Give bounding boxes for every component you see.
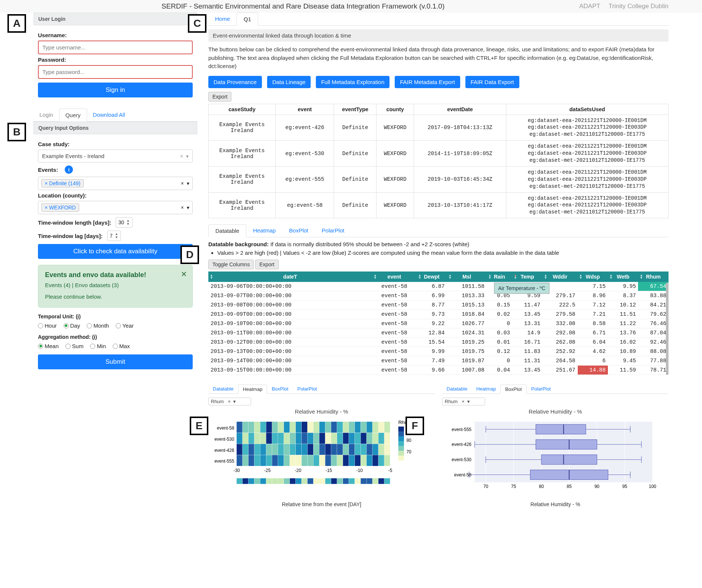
tw-lag-input[interactable]: 7 ▲▼: [107, 231, 121, 241]
boxplot-var-select[interactable]: Rhum × ▾: [442, 398, 485, 405]
col-eventType[interactable]: eventType: [334, 104, 376, 115]
boxplot-title: Relative Humidity - %: [442, 408, 669, 415]
data-lineage-button[interactable]: Data Lineage: [267, 76, 311, 88]
tab-heatmap[interactable]: Heatmap: [238, 385, 267, 394]
radio-label: Day: [70, 322, 80, 329]
tab-query[interactable]: Query: [59, 109, 87, 122]
env-col-Wddir[interactable]: ▲▼Wddir: [542, 271, 577, 282]
env-col-Wetb[interactable]: ▲▼Wetb: [608, 271, 638, 282]
stepper-icon[interactable]: ▲▼: [126, 219, 130, 226]
svg-rect-124: [296, 478, 301, 484]
tab-heatmap[interactable]: Heatmap: [246, 224, 282, 237]
export-env-button[interactable]: Export: [255, 260, 278, 269]
fair-metadata-export-button[interactable]: FAIR Metadata Export: [395, 76, 460, 88]
username-input[interactable]: [38, 41, 193, 54]
sort-icon: ▲▼: [640, 274, 643, 279]
tab-datatable[interactable]: Datatable: [442, 385, 472, 393]
full-metadata-exploration-button[interactable]: Full Metadata Exploration: [316, 76, 390, 88]
fair-data-export-button[interactable]: FAIR Data Export: [465, 76, 519, 88]
events-info-icon[interactable]: i: [65, 166, 73, 174]
tab-boxplot[interactable]: BoxPlot: [267, 385, 293, 393]
location-tag[interactable]: × WEXFORD: [41, 203, 79, 212]
col-eventDate[interactable]: eventDate: [414, 104, 506, 115]
env-col-Dewpt[interactable]: ▲▼Dewpt: [417, 271, 447, 282]
events-clear-caret[interactable]: × ▾: [181, 180, 189, 186]
svg-rect-59: [266, 444, 272, 455]
cell: event-58: [372, 291, 417, 301]
tab-datatable[interactable]: Datatable: [208, 385, 238, 393]
radio-icon: [38, 323, 43, 328]
temporal-radio-day[interactable]: Day: [64, 322, 80, 329]
env-col-dateT[interactable]: ▲▼dateT: [208, 271, 372, 282]
col-dataSetsUsed[interactable]: dataSetsUsed: [506, 104, 668, 115]
events-select[interactable]: × Definite (149) × ▾: [38, 177, 193, 190]
heatmap-var-select[interactable]: Rhum × ▾: [208, 398, 251, 405]
scrollbar[interactable]: [666, 283, 669, 375]
sort-icon: ▲▼: [374, 274, 377, 279]
table-row: 2013-09-14T00:00:00+00:00event-587.49101…: [208, 356, 669, 366]
svg-rect-36: [290, 433, 295, 444]
radio-icon: [90, 344, 95, 349]
toggle-columns-button[interactable]: Toggle Columns: [208, 260, 254, 269]
export-events-button[interactable]: Export: [208, 92, 231, 102]
col-event[interactable]: event: [276, 104, 334, 115]
signin-button[interactable]: Sign in: [38, 83, 193, 97]
table-row: Example EventsIrelandeg:event-530Definit…: [209, 141, 669, 167]
svg-rect-89: [284, 455, 289, 466]
temporal-radio-hour[interactable]: Hour: [38, 322, 57, 329]
cell: eg:dataset-eea-20211221T120000-IE001DMeg…: [506, 166, 668, 192]
tab-home[interactable]: Home: [208, 13, 237, 25]
cell: 1011.58: [447, 282, 487, 291]
svg-text:80: 80: [406, 438, 411, 443]
temporal-radio-year[interactable]: Year: [116, 322, 134, 329]
env-col-Temp[interactable]: ▲▼Temp: [512, 271, 542, 282]
location-select[interactable]: × WEXFORD × ▾: [38, 201, 193, 214]
agg-radio-sum[interactable]: Sum: [65, 343, 84, 349]
events-tag[interactable]: × Definite (149): [41, 179, 84, 187]
tab-boxplot[interactable]: BoxPlot: [282, 224, 315, 237]
case-study-select[interactable]: Example Events - Ireland × ▾: [38, 150, 193, 163]
cell: 1026.77: [447, 319, 487, 328]
tab-polarplot[interactable]: PolarPlot: [293, 385, 321, 393]
location-clear-caret[interactable]: × ▾: [181, 205, 189, 211]
tab-login[interactable]: Login: [33, 109, 59, 121]
agg-radio-max[interactable]: Max: [113, 343, 130, 349]
stepper-icon[interactable]: ▲▼: [115, 232, 118, 239]
agg-radio-mean[interactable]: Mean: [38, 343, 59, 349]
tab-q1[interactable]: Q1: [237, 13, 258, 26]
data-provenance-button[interactable]: Data Provenance: [208, 76, 262, 88]
alert-close-icon[interactable]: ✕: [181, 270, 187, 279]
tab-polarplot[interactable]: PolarPlot: [315, 224, 351, 237]
svg-rect-60: [272, 444, 278, 455]
env-col-Msl[interactable]: ▲▼Msl: [447, 271, 487, 282]
tab-heatmap[interactable]: Heatmap: [472, 385, 500, 393]
tab-boxplot[interactable]: BoxPlot: [500, 385, 527, 394]
env-col-Wdsp[interactable]: ▲▼Wdsp: [578, 271, 608, 282]
download-all-link[interactable]: Download All: [87, 109, 131, 121]
tab-polarplot[interactable]: PolarPlot: [527, 385, 555, 393]
temporal-radio-group: HourDayMonthYear: [38, 322, 193, 329]
cell: 11.47: [512, 301, 542, 310]
cell: 14.88: [578, 366, 608, 375]
agg-radio-min[interactable]: Min: [90, 343, 106, 349]
col-county[interactable]: county: [376, 104, 414, 115]
cell: 15.54: [417, 338, 447, 347]
sort-icon: ▲▼: [544, 274, 547, 279]
password-input[interactable]: [38, 65, 193, 79]
submit-button[interactable]: Submit: [38, 354, 193, 369]
cell: 9.66: [417, 366, 447, 375]
check-availability-button[interactable]: Click to check data availability: [38, 244, 193, 259]
tab-datatable[interactable]: Datatable: [208, 224, 246, 237]
env-col-Rain[interactable]: ▲▼Rain: [487, 271, 512, 282]
temporal-radio-month[interactable]: Month: [87, 322, 109, 329]
svg-rect-45: [343, 433, 349, 444]
svg-rect-54: [237, 444, 242, 455]
env-col-Rhum[interactable]: ▲▼Rhum: [638, 271, 669, 282]
col-caseStudy[interactable]: caseStudy: [209, 104, 276, 115]
case-study-clear-caret[interactable]: × ▾: [180, 153, 189, 159]
tw-len-input[interactable]: 30 ▲▼: [116, 217, 132, 228]
svg-rect-147: [398, 456, 404, 460]
svg-rect-64: [296, 444, 301, 455]
heatmap-xlabel: Relative time from the event [DAY]: [208, 501, 435, 507]
env-col-event[interactable]: ▲▼event: [372, 271, 417, 282]
